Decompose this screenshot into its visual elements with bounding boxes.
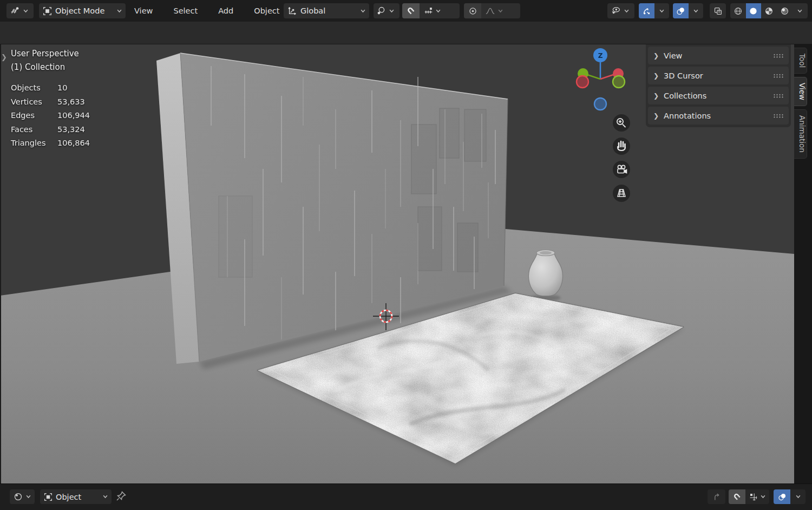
chevron-down-icon: [624, 9, 629, 13]
shader-ball-icon: [14, 492, 23, 501]
chevron-down-icon: [361, 9, 365, 13]
drag-grip-icon[interactable]: [773, 114, 783, 118]
pan-button[interactable]: [613, 138, 630, 155]
chevron-down-icon: [761, 495, 765, 499]
proportional-editing-button[interactable]: [464, 3, 481, 18]
editor-type-selector[interactable]: [10, 489, 35, 504]
shading-wireframe-icon: [734, 6, 743, 16]
shading-rendered-button[interactable]: [777, 3, 793, 18]
snap-toggle-button[interactable]: [402, 3, 420, 18]
chevron-right-icon: ❯: [653, 92, 659, 100]
panel-annotations[interactable]: ❯ Annotations: [648, 107, 789, 125]
tab-animation[interactable]: Animation: [794, 109, 807, 159]
pivot-point-selector[interactable]: [374, 3, 400, 18]
menu-view[interactable]: View: [132, 5, 155, 17]
toggle-xray-button[interactable]: [710, 3, 726, 18]
chevron-down-icon: [436, 9, 441, 13]
tool-settings-bar: Options: [0, 22, 812, 44]
toggle-xray-icon: [713, 6, 723, 16]
snap-increment-icon: [424, 6, 433, 16]
object-mode-icon: [43, 6, 52, 16]
camera-view-button[interactable]: [613, 161, 630, 178]
snap-magnet-icon: [407, 6, 416, 16]
proportional-editing-icon: [468, 6, 477, 16]
snap-settings-button[interactable]: [745, 489, 769, 504]
perspective-label: User Perspective: [11, 49, 90, 58]
panel-collections[interactable]: ❯ Collections: [648, 87, 789, 104]
transform-orientation-selector[interactable]: Global: [284, 3, 369, 18]
proportional-falloff-button[interactable]: [481, 3, 506, 18]
gizmo-z-label: Z: [598, 52, 603, 60]
mode-label: Object Mode: [55, 6, 104, 15]
snap-toggle-button[interactable]: [729, 489, 745, 504]
mode-selector[interactable]: Object Mode: [39, 3, 126, 18]
scene-statistics: Objects10 Vertices53,633 Edges106,944 Fa…: [11, 81, 90, 151]
gizmos-toggle-button[interactable]: [639, 3, 654, 18]
gizmo-group: [639, 3, 669, 18]
overlays-toggle-button[interactable]: [673, 3, 689, 18]
overlays-dropdown-button[interactable]: [689, 3, 703, 18]
context-selector[interactable]: Object: [40, 489, 112, 504]
object-visibility-selector[interactable]: [607, 3, 634, 18]
overlays-group: [673, 3, 703, 18]
editor-type-selector[interactable]: [6, 3, 34, 18]
shading-solid-icon: [749, 6, 758, 16]
chevron-down-icon: [659, 9, 664, 13]
chevron-down-icon: [796, 495, 801, 499]
chevron-right-icon: ❯: [653, 72, 659, 80]
zoom-button[interactable]: [613, 114, 630, 132]
viewport-header: Object Mode View Select Add Object Globa…: [0, 0, 812, 22]
toolbar-expand-icon[interactable]: ❯: [1, 53, 7, 61]
sidebar-panel: ❯ View ❯ 3D Cursor ❯ Collections ❯ Annot…: [646, 44, 791, 127]
gizmo-axis-y-neg: [613, 76, 625, 88]
chevron-down-icon: [389, 9, 394, 13]
chevron-down-icon: [117, 9, 122, 13]
panel-view[interactable]: ❯ View: [648, 47, 789, 64]
object-context-icon: [44, 493, 53, 501]
pivot-point-icon: [376, 6, 386, 16]
gizmos-icon: [642, 6, 651, 16]
shading-rendered-icon: [780, 6, 789, 16]
snap-grid-icon: [749, 493, 758, 501]
shading-dropdown-button[interactable]: [792, 3, 808, 18]
transform-orientation-icon: [287, 6, 297, 16]
menu-select[interactable]: Select: [171, 5, 200, 17]
drag-grip-icon[interactable]: [773, 74, 783, 78]
perspective-toggle-button[interactable]: [613, 185, 630, 202]
drag-grip-icon[interactable]: [773, 94, 783, 98]
menu-add[interactable]: Add: [216, 5, 235, 17]
pin-icon[interactable]: [116, 491, 127, 502]
overlays-icon: [676, 6, 685, 16]
chevron-down-icon: [693, 9, 698, 13]
proportional-falloff-icon: [485, 6, 495, 16]
drag-grip-icon[interactable]: [773, 54, 783, 58]
overlays-icon: [778, 493, 787, 501]
shading-group: [730, 3, 808, 18]
snap-magnet-icon: [733, 493, 742, 501]
shading-material-button[interactable]: [761, 3, 777, 18]
panel-3d-cursor[interactable]: ❯ 3D Cursor: [648, 67, 789, 84]
chevron-down-icon: [23, 9, 28, 13]
menu-object[interactable]: Object: [252, 5, 281, 17]
shading-wireframe-button[interactable]: [730, 3, 746, 18]
viewport-canvas[interactable]: Z: [0, 44, 794, 483]
snap-settings-button[interactable]: [420, 3, 444, 18]
overlays-toggle-button[interactable]: [774, 489, 790, 504]
chevron-down-icon: [26, 495, 31, 499]
chevron-right-icon: ❯: [653, 112, 659, 120]
bottom-editor-header: Object: [0, 483, 812, 510]
gizmos-dropdown-button[interactable]: [654, 3, 669, 18]
back-button[interactable]: [708, 489, 725, 504]
context-label: Object: [56, 493, 81, 501]
show-object-types-icon: [611, 6, 621, 16]
chevron-down-icon: [498, 9, 503, 13]
overlays-dropdown-button[interactable]: [790, 489, 806, 504]
shading-solid-button[interactable]: [746, 3, 762, 18]
tab-tool[interactable]: Tool: [794, 48, 807, 74]
proportional-edit-group: [464, 3, 520, 18]
tab-view[interactable]: View: [794, 77, 807, 106]
chevron-down-icon: [797, 9, 802, 13]
chevron-right-icon: ❯: [653, 52, 659, 60]
gizmo-axis-z-neg: [594, 98, 606, 110]
collection-label: (1) Collection: [11, 62, 90, 72]
